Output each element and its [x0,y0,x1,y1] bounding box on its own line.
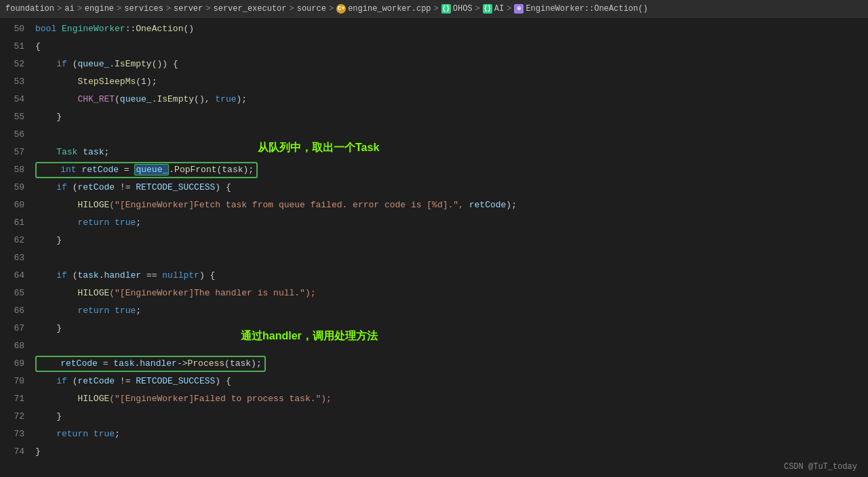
bc-server[interactable]: server [174,4,203,14]
fn-icon: ⊕ [514,4,524,14]
bc-source[interactable]: source [297,4,326,14]
cpp-file-icon: C+ [336,4,346,14]
bc-sep-9: > [507,4,511,14]
code-line-66: 66 return true; [0,302,868,320]
code-line-59: 59 if (retCode != RETCODE_SUCCESS) { [0,179,868,196]
code-line-74: 74} [0,443,868,461]
bc-sep-2: > [117,4,121,14]
line-number-71: 71 [0,390,35,408]
bc-ai[interactable]: ai [64,4,74,14]
line-number-73: 73 [0,426,35,443]
line-number-62: 62 [0,232,35,249]
line-content-71: HILOGE("[EngineWorker]Failed to process … [35,390,868,408]
line-content-51: { [35,38,868,56]
line-number-67: 67 [0,320,35,337]
bc-ohos[interactable]: OHOS [453,4,473,14]
ns-icon-1: {} [441,4,451,14]
line-content-70: if (retCode != RETCODE_SUCCESS) { [35,373,868,390]
line-number-56: 56 [0,126,35,144]
code-line-60: 60 HILOGE("[EngineWorker]Fetch task from… [0,196,868,214]
code-line-69: 69 retCode = task.handler->Process(task)… [0,355,868,373]
line-number-66: 66 [0,302,35,320]
line-content-52: if (queue_.IsEmpty()) { [35,56,868,73]
line-number-58: 58 [0,161,35,179]
bc-sep-3: > [166,4,171,14]
line-content-62: } [35,232,868,249]
line-number-64: 64 [0,267,35,285]
line-content-65: HILOGE("[EngineWorker]The handler is nul… [35,285,868,302]
code-line-70: 70 if (retCode != RETCODE_SUCCESS) { [0,373,868,390]
line-number-72: 72 [0,408,35,426]
code-line-64: 64 if (task.handler == nullptr) { [0,267,868,285]
line-content-59: if (retCode != RETCODE_SUCCESS) { [35,179,868,196]
code-line-58: 58 int retCode = queue_.PopFront(task); [0,161,868,179]
line-content-53: StepSleepMs(1); [35,73,868,91]
line-number-68: 68 [0,337,35,355]
line-content-69: retCode = task.handler->Process(task); [35,355,868,373]
line-content-66: return true; [35,302,868,320]
code-line-56: 56 [0,126,868,144]
code-line-55: 55 } [0,108,868,126]
line-number-69: 69 [0,355,35,373]
bc-fn[interactable]: EngineWorker::OneAction() [526,4,648,14]
line-content-50: bool EngineWorker::OneAction() [35,20,868,38]
code-lines: 50bool EngineWorker::OneAction()51{52 if… [0,20,868,461]
line-content-64: if (task.handler == nullptr) { [35,267,868,285]
line-number-70: 70 [0,373,35,390]
bc-foundation[interactable]: foundation [5,4,54,14]
green-box-58: int retCode = queue_.PopFront(task); [35,162,258,178]
bc-sep-6: > [329,4,334,14]
breadcrumb: foundation > ai > engine > services > se… [0,0,868,18]
line-number-54: 54 [0,91,35,108]
bc-sep-1: > [77,4,82,14]
line-number-59: 59 [0,179,35,196]
line-number-63: 63 [0,249,35,267]
line-content-67: } [35,320,868,337]
code-editor: 50bool EngineWorker::OneAction()51{52 if… [0,18,868,463]
bc-services[interactable]: services [124,4,163,14]
code-line-65: 65 HILOGE("[EngineWorker]The handler is … [0,285,868,302]
line-content-72: } [35,408,868,426]
bc-sep-5: > [290,4,294,14]
code-line-73: 73 return true; [0,426,868,443]
line-number-51: 51 [0,38,35,56]
line-content-58: int retCode = queue_.PopFront(task); [35,161,868,179]
line-number-61: 61 [0,214,35,232]
bc-sep-7: > [434,4,439,14]
code-line-63: 63 [0,249,868,267]
bc-file[interactable]: engine_worker.cpp [348,4,431,14]
line-number-74: 74 [0,443,35,461]
code-line-52: 52 if (queue_.IsEmpty()) { [0,56,868,73]
bc-ai-ns[interactable]: AI [494,4,504,14]
line-number-65: 65 [0,285,35,302]
line-number-50: 50 [0,20,35,38]
line-number-57: 57 [0,144,35,161]
code-line-62: 62 } [0,232,868,249]
bc-server-executor[interactable]: server_executor [213,4,286,14]
bc-sep-8: > [475,4,480,14]
line-content-54: CHK_RET(queue_.IsEmpty(), true); [35,91,868,108]
code-line-71: 71 HILOGE("[EngineWorker]Failed to proce… [0,390,868,408]
line-number-53: 53 [0,73,35,91]
code-line-53: 53 StepSleepMs(1); [0,73,868,91]
bc-engine[interactable]: engine [85,4,114,14]
line-number-52: 52 [0,56,35,73]
line-content-55: } [35,108,868,126]
code-line-72: 72 } [0,408,868,426]
code-line-50: 50bool EngineWorker::OneAction() [0,20,868,38]
green-box-69: retCode = task.handler->Process(task); [35,356,266,372]
bc-sep-0: > [57,4,62,14]
line-content-60: HILOGE("[EngineWorker]Fetch task from qu… [35,196,868,214]
line-number-60: 60 [0,196,35,214]
code-line-68: 68 [0,337,868,355]
line-content-61: return true; [35,214,868,232]
line-number-55: 55 [0,108,35,126]
ns-icon-2: {} [483,4,492,14]
line-content-57: Task task; [35,144,868,161]
code-line-67: 67 } [0,320,868,337]
line-content-73: return true; [35,426,868,443]
watermark: CSDN @TuT_today [784,462,857,472]
code-line-51: 51{ [0,38,868,56]
code-line-54: 54 CHK_RET(queue_.IsEmpty(), true); [0,91,868,108]
bc-sep-4: > [205,4,210,14]
